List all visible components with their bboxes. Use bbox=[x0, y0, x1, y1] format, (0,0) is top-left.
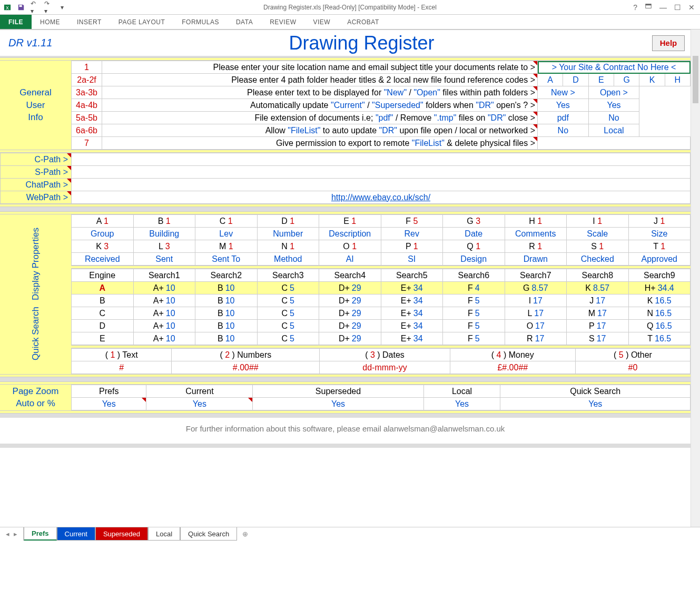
add-sheet-button[interactable]: ⊕ bbox=[237, 527, 253, 541]
general-user-info-table[interactable]: 1Please enter your site location name an… bbox=[71, 61, 691, 150]
engine-cell[interactable]: G8.57 bbox=[505, 282, 567, 294]
engine-cell[interactable]: C5 bbox=[257, 320, 319, 332]
engine-cell[interactable]: R17 bbox=[505, 332, 567, 345]
engine-cell[interactable]: O17 bbox=[505, 320, 567, 332]
prop-name[interactable]: Rev bbox=[381, 228, 443, 240]
prop-code[interactable]: T 1 bbox=[628, 240, 691, 253]
engine-cell[interactable]: B10 bbox=[195, 294, 258, 307]
prop-code[interactable]: F 5 bbox=[381, 215, 443, 228]
search-engine-table[interactable]: EngineSearch1Search2Search3Search4Search… bbox=[71, 269, 691, 345]
value-cell[interactable]: pdf bbox=[538, 112, 589, 124]
engine-cell[interactable]: D+29 bbox=[319, 320, 381, 332]
close-icon[interactable]: ✕ bbox=[688, 3, 695, 12]
engine-cell[interactable]: E+34 bbox=[381, 282, 443, 294]
value-cell[interactable]: Open > bbox=[588, 86, 639, 99]
sheet-tab-local[interactable]: Local bbox=[148, 527, 180, 541]
minimize-icon[interactable]: — bbox=[659, 3, 667, 12]
path-value[interactable] bbox=[72, 166, 691, 179]
prop-name[interactable]: Design bbox=[443, 253, 505, 266]
path-value[interactable] bbox=[72, 179, 691, 191]
engine-cell[interactable]: H+34.4 bbox=[628, 282, 691, 294]
value-cell[interactable]: No bbox=[538, 124, 589, 137]
pz-value[interactable]: Yes bbox=[500, 398, 691, 410]
prop-code[interactable]: B 1 bbox=[133, 215, 195, 228]
prop-name[interactable]: Received bbox=[72, 253, 134, 266]
format-value[interactable]: £#.00## bbox=[450, 361, 575, 374]
prop-code[interactable]: L 3 bbox=[133, 240, 195, 253]
engine-cell[interactable]: A+10 bbox=[133, 282, 195, 294]
engine-cell[interactable]: F5 bbox=[443, 294, 505, 307]
prop-code[interactable]: J 1 bbox=[628, 215, 691, 228]
page-zoom-table[interactable]: PrefsCurrentSupersededLocalQuick SearchY… bbox=[71, 385, 691, 410]
engine-cell[interactable]: K8.57 bbox=[567, 282, 629, 294]
engine-cell[interactable]: F5 bbox=[443, 320, 505, 332]
engine-cell[interactable]: I17 bbox=[505, 294, 567, 307]
engine-cell[interactable]: D+29 bbox=[319, 282, 381, 294]
value-cell[interactable] bbox=[538, 137, 691, 150]
engine-cell[interactable]: P17 bbox=[567, 320, 629, 332]
prop-name[interactable]: AI bbox=[319, 253, 381, 266]
save-icon[interactable] bbox=[17, 3, 25, 12]
value-cell[interactable]: K bbox=[639, 74, 665, 86]
engine-cell[interactable]: K16.5 bbox=[628, 294, 691, 307]
engine-cell[interactable]: A+10 bbox=[133, 332, 195, 345]
format-value[interactable]: dd-mmm-yy bbox=[320, 361, 450, 374]
engine-cell[interactable]: J17 bbox=[567, 294, 629, 307]
prop-name[interactable]: Group bbox=[72, 228, 134, 240]
engine-cell[interactable]: A+10 bbox=[133, 307, 195, 320]
engine-cell[interactable]: C5 bbox=[257, 307, 319, 320]
engine-cell[interactable]: C5 bbox=[257, 332, 319, 345]
engine-cell[interactable]: D+29 bbox=[319, 294, 381, 307]
ribbon-display-icon[interactable] bbox=[645, 3, 652, 12]
engine-letter[interactable]: D bbox=[72, 320, 134, 332]
tab-view[interactable]: VIEW bbox=[304, 15, 339, 29]
prop-code[interactable]: N 1 bbox=[257, 240, 319, 253]
prop-name[interactable]: Scale bbox=[567, 228, 629, 240]
sheet-tab-prefs[interactable]: Prefs bbox=[24, 527, 57, 541]
value-cell[interactable]: A bbox=[538, 74, 563, 86]
engine-cell[interactable]: D+29 bbox=[319, 332, 381, 345]
tab-insert[interactable]: INSERT bbox=[68, 15, 110, 29]
engine-letter[interactable]: A bbox=[72, 282, 134, 294]
prop-name[interactable]: Size bbox=[628, 228, 691, 240]
tab-home[interactable]: HOME bbox=[32, 15, 68, 29]
path-value[interactable]: http://www.ebay.co.uk/sch/ bbox=[72, 191, 691, 204]
engine-cell[interactable]: F5 bbox=[443, 307, 505, 320]
tab-review[interactable]: REVIEW bbox=[261, 15, 304, 29]
value-cell[interactable]: New > bbox=[538, 86, 589, 99]
pz-value[interactable]: Yes bbox=[72, 398, 146, 410]
tab-file[interactable]: FILE bbox=[0, 15, 32, 29]
engine-letter[interactable]: C bbox=[72, 307, 134, 320]
prop-code[interactable]: C 1 bbox=[195, 215, 258, 228]
prop-code[interactable]: I 1 bbox=[567, 215, 629, 228]
path-value[interactable] bbox=[72, 153, 691, 166]
engine-letter[interactable]: B bbox=[72, 294, 134, 307]
qat-dropdown-icon[interactable]: ▾ bbox=[58, 3, 66, 12]
engine-cell[interactable]: B10 bbox=[195, 332, 258, 345]
tab-data[interactable]: DATA bbox=[228, 15, 261, 29]
prop-code[interactable]: G 3 bbox=[443, 215, 505, 228]
undo-icon[interactable]: ↶ ▾ bbox=[31, 3, 39, 12]
engine-cell[interactable]: B10 bbox=[195, 307, 258, 320]
tab-formulas[interactable]: FORMULAS bbox=[173, 15, 228, 29]
value-cell[interactable]: Yes bbox=[538, 99, 589, 112]
engine-cell[interactable]: E+34 bbox=[381, 332, 443, 345]
display-properties-table[interactable]: A 1B 1C 1D 1E 1F 5G 3H 1I 1J 1GroupBuild… bbox=[71, 214, 691, 266]
prop-code[interactable]: M 1 bbox=[195, 240, 258, 253]
prop-name[interactable]: SI bbox=[381, 253, 443, 266]
prop-name[interactable]: Checked bbox=[567, 253, 629, 266]
engine-cell[interactable]: M17 bbox=[567, 307, 629, 320]
format-table[interactable]: ( 1 ) Text( 2 ) Numbers( 3 ) Dates( 4 ) … bbox=[71, 348, 691, 374]
prop-name[interactable]: Date bbox=[443, 228, 505, 240]
prop-code[interactable]: Q 1 bbox=[443, 240, 505, 253]
engine-cell[interactable]: S17 bbox=[567, 332, 629, 345]
engine-cell[interactable]: A+10 bbox=[133, 294, 195, 307]
prop-code[interactable]: H 1 bbox=[505, 215, 567, 228]
prop-name[interactable]: Sent To bbox=[195, 253, 258, 266]
engine-cell[interactable]: T16.5 bbox=[628, 332, 691, 345]
tab-acrobat[interactable]: ACROBAT bbox=[339, 15, 388, 29]
pz-value[interactable]: Yes bbox=[146, 398, 253, 410]
help-button[interactable]: Help bbox=[652, 35, 685, 51]
prop-name[interactable]: Building bbox=[133, 228, 195, 240]
prop-code[interactable]: S 1 bbox=[567, 240, 629, 253]
